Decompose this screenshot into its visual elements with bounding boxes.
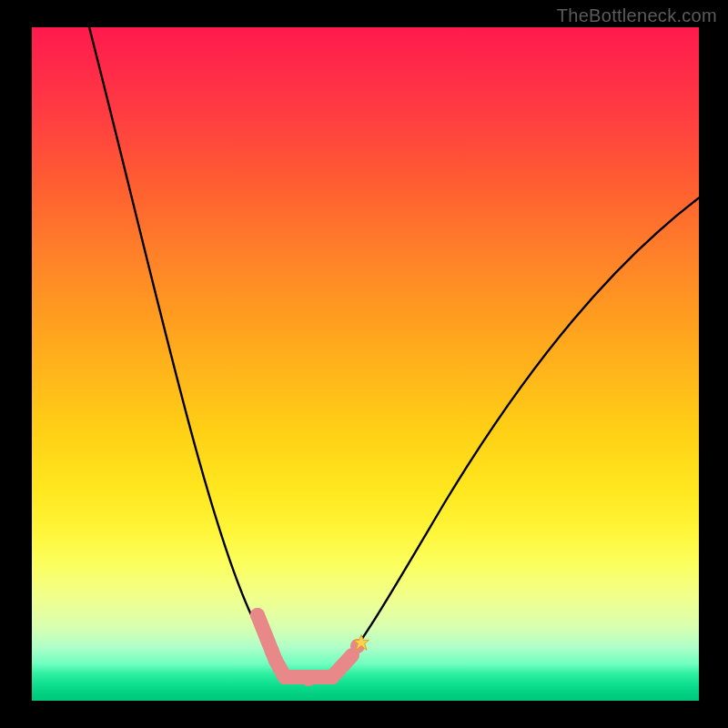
floor-markers <box>250 608 369 686</box>
watermark-text: TheBottleneck.com <box>557 5 717 26</box>
marker-dot <box>301 672 316 686</box>
left-curve <box>85 27 285 677</box>
curve-layer <box>32 27 699 701</box>
chart-frame: TheBottleneck.com <box>0 0 728 728</box>
marker-dot <box>265 644 279 659</box>
marker-dot <box>325 670 339 684</box>
right-curve <box>332 180 699 677</box>
marker-dot <box>278 670 292 684</box>
plot-area <box>32 27 699 701</box>
marker-dot <box>250 608 265 622</box>
